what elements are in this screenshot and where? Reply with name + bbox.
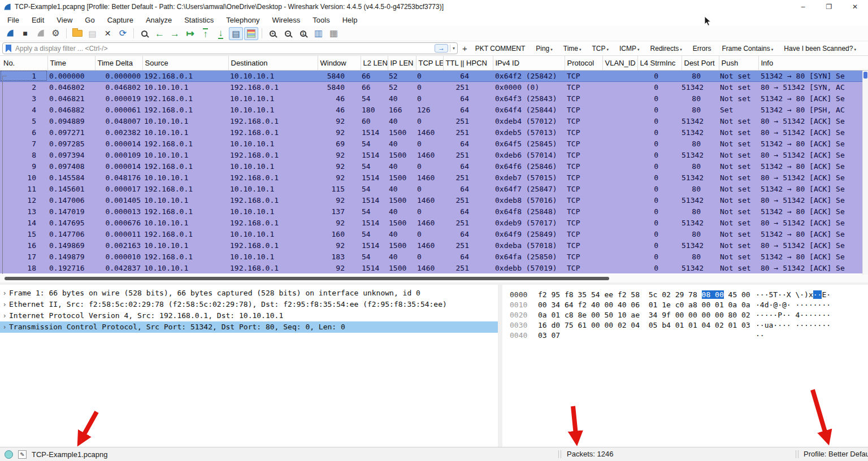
packet-row-6[interactable]: 60.0972710.00238210.10.10.1192.168.0.192… <box>0 127 868 138</box>
filter-button-frame-contains[interactable]: Frame Contains▾ <box>722 45 773 53</box>
resize-columns-icon[interactable]: ▥ <box>311 27 326 40</box>
next-packet-icon[interactable]: → <box>168 27 182 40</box>
hex-row-0020[interactable]: 00200a 01 c8 8e 00 50 10 ae 34 9f 00 00 … <box>510 310 868 320</box>
column-header-protocol[interactable]: Protocol <box>565 56 602 70</box>
filter-button-icmp[interactable]: ICMP▾ <box>619 45 640 53</box>
add-filter-button[interactable]: + <box>462 44 467 53</box>
menu-tools[interactable]: Tools <box>306 16 336 24</box>
hex-row-0010[interactable]: 001000 34 64 f2 40 00 40 06 01 1e c0 a8 … <box>510 300 868 310</box>
column-header-ipv4-id[interactable]: IPv4 ID <box>493 56 565 70</box>
packet-row-15[interactable]: 150.1477060.000011192.168.0.110.10.10.11… <box>0 228 868 240</box>
detail-line-3[interactable]: ›Transmission Control Protocol, Src Port… <box>0 321 498 333</box>
column-header-ttl-hpcn[interactable]: TTL || HPCN <box>443 56 493 70</box>
column-header-l2-len[interactable]: L2 LEN <box>361 56 388 70</box>
packet-row-3[interactable]: 30.0468210.000019192.168.0.110.10.10.146… <box>0 93 868 104</box>
zoom-original-icon[interactable]: 1 <box>296 27 310 40</box>
capture-options-icon[interactable]: ⚙ <box>49 27 63 40</box>
column-header-tcp-len[interactable]: TCP LEN <box>416 56 443 70</box>
filter-button-have-i-been-scanned-[interactable]: Have I been Scanned?▾ <box>784 45 856 53</box>
layout-icon[interactable]: ▦ <box>327 27 341 40</box>
find-packet-icon[interactable] <box>137 27 151 40</box>
packet-row-17[interactable]: 170.1498790.000010192.168.0.110.10.10.11… <box>0 251 868 262</box>
packet-list-vertical-scrollbar[interactable] <box>862 71 868 275</box>
menu-file[interactable]: File <box>1 16 25 24</box>
packet-row-14[interactable]: 140.1476950.00067610.10.10.1192.168.0.19… <box>0 217 868 228</box>
status-profile[interactable]: Profile: Better Default <box>804 450 868 458</box>
menu-statistics[interactable]: Statistics <box>178 16 220 24</box>
column-header-push[interactable]: Push <box>719 56 758 70</box>
display-filter-input[interactable] <box>15 45 435 53</box>
hex-row-0030[interactable]: 003016 d0 75 61 00 00 02 04 05 b4 01 01 … <box>510 320 868 330</box>
packet-row-13[interactable]: 130.1470190.000013192.168.0.110.10.10.11… <box>0 206 868 217</box>
filter-history-caret-icon[interactable]: ▾ <box>450 45 457 52</box>
filter-button-errors[interactable]: Errors <box>693 45 711 53</box>
minimize-button[interactable]: – <box>790 0 816 14</box>
go-to-packet-icon[interactable]: ↦ <box>183 27 197 40</box>
apply-filter-button[interactable]: → <box>435 44 448 53</box>
hex-row-0040[interactable]: 004003 07·· <box>510 330 868 341</box>
packet-row-5[interactable]: 50.0948890.04800710.10.10.1192.168.0.192… <box>0 115 868 127</box>
reload-icon[interactable]: ⟳ <box>116 27 130 40</box>
restore-button[interactable]: ❐ <box>816 0 842 14</box>
column-header-l4-strminc[interactable]: L4 StrmInc <box>637 56 682 70</box>
column-header-vlan-id[interactable]: VLAN_ID <box>602 56 637 70</box>
pane-splitter-vertical[interactable] <box>498 285 502 447</box>
detail-line-2[interactable]: ›Internet Protocol Version 4, Src: 192.1… <box>0 310 498 321</box>
packet-row-12[interactable]: 120.1470060.00140510.10.10.1192.168.0.19… <box>0 194 868 206</box>
filter-button-time[interactable]: Time▾ <box>563 45 581 53</box>
first-packet-icon[interactable]: ↑ <box>198 27 212 40</box>
menu-telephony[interactable]: Telephony <box>220 16 266 24</box>
column-header-window[interactable]: Window <box>318 56 361 70</box>
display-filter-field[interactable]: → ▾ <box>2 42 458 54</box>
packet-row-16[interactable]: 160.1498690.00216310.10.10.1192.168.0.19… <box>0 240 868 251</box>
filter-button-redirects[interactable]: Redirects▾ <box>650 45 682 53</box>
open-file-icon[interactable] <box>70 27 84 40</box>
column-header-no-[interactable]: No. <box>0 56 47 70</box>
restart-capture-icon[interactable] <box>33 27 47 40</box>
bookmark-icon[interactable] <box>6 45 11 53</box>
packet-row-10[interactable]: 100.1455840.04817610.10.10.1192.168.0.19… <box>0 172 868 183</box>
filter-button-pkt-comment[interactable]: PKT COMMENT <box>475 45 525 53</box>
packet-row-1[interactable]: 10.0000000.000000192.168.0.110.10.10.158… <box>0 70 868 81</box>
previous-packet-icon[interactable]: ← <box>153 27 167 40</box>
capture-comment-icon[interactable]: ✎ <box>18 450 27 459</box>
zoom-in-icon[interactable]: + <box>266 27 280 40</box>
start-capture-icon[interactable] <box>3 27 17 40</box>
menu-help[interactable]: Help <box>336 16 364 24</box>
detail-line-1[interactable]: ›Ethernet II, Src: f2:58:5c:02:29:78 (f2… <box>0 299 498 310</box>
column-header-ip-len[interactable]: IP LEN <box>388 56 416 70</box>
menu-wireless[interactable]: Wireless <box>266 16 306 24</box>
filter-button-tcp[interactable]: TCP▾ <box>592 45 609 53</box>
packet-list-horizontal-scrollbar[interactable] <box>0 275 868 282</box>
column-header-time-delta[interactable]: Time Delta <box>95 56 142 70</box>
close-button[interactable]: ✕ <box>842 0 868 14</box>
last-packet-icon[interactable]: ↓ <box>214 27 228 40</box>
vertical-scrollbar-thumb[interactable] <box>863 72 867 79</box>
packet-row-4[interactable]: 40.0468820.000061192.168.0.110.10.10.146… <box>0 104 868 115</box>
expander-icon[interactable]: › <box>0 299 9 310</box>
menu-go[interactable]: Go <box>79 16 101 24</box>
packet-row-7[interactable]: 70.0972850.000014192.168.0.110.10.10.169… <box>0 138 868 149</box>
packet-row-8[interactable]: 80.0973940.00010910.10.10.1192.168.0.192… <box>0 149 868 160</box>
column-header-time[interactable]: Time <box>47 56 95 70</box>
stop-capture-icon[interactable]: ■ <box>18 27 32 40</box>
expander-icon[interactable]: › <box>0 321 9 333</box>
column-header-info[interactable]: Info <box>758 56 868 70</box>
detail-line-0[interactable]: ›Frame 1: 66 bytes on wire (528 bits), 6… <box>0 288 498 299</box>
column-header-source[interactable]: Source <box>142 56 228 70</box>
horizontal-scrollbar-thumb[interactable] <box>5 277 609 280</box>
expander-icon[interactable]: › <box>0 310 9 321</box>
packet-row-18[interactable]: 180.1927160.04283710.10.10.1192.168.0.19… <box>0 262 868 273</box>
save-file-icon[interactable]: ▤ <box>85 27 99 40</box>
zoom-out-icon[interactable]: − <box>281 27 295 40</box>
menu-analyze[interactable]: Analyze <box>140 16 178 24</box>
expander-icon[interactable]: › <box>0 288 9 299</box>
close-file-icon[interactable]: ✕ <box>101 27 115 40</box>
column-header-dest-port[interactable]: Dest Port <box>682 56 719 70</box>
packet-row-9[interactable]: 90.0974080.000014192.168.0.110.10.10.192… <box>0 160 868 172</box>
packet-row-11[interactable]: 110.1456010.000017192.168.0.110.10.10.11… <box>0 183 868 194</box>
filter-button-ping[interactable]: Ping▾ <box>536 45 553 53</box>
menu-capture[interactable]: Capture <box>101 16 140 24</box>
hex-row-0000[interactable]: 0000f2 95 f8 35 54 ee f2 58 5c 02 29 78 … <box>510 290 868 300</box>
packet-row-2[interactable]: 20.0468020.04680210.10.10.1192.168.0.158… <box>0 81 868 93</box>
